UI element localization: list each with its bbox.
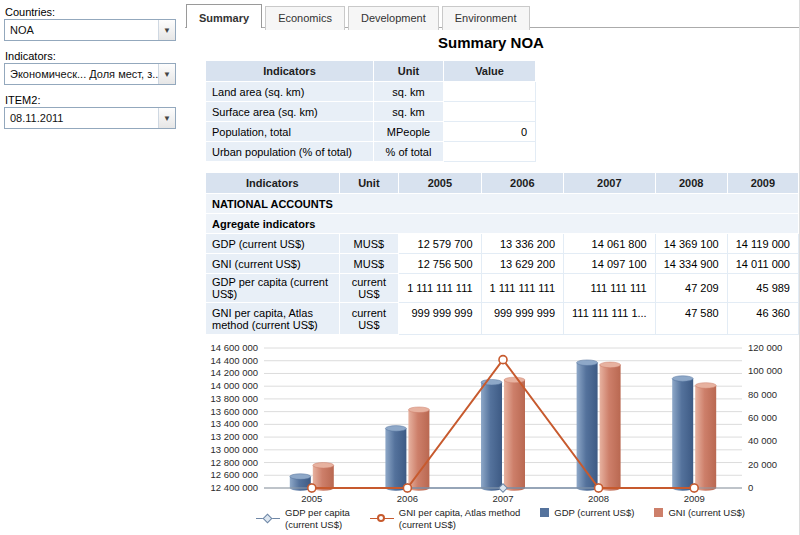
value-cell: 14 011 000 bbox=[727, 254, 798, 274]
value-cell: 111 111 111 1... bbox=[564, 303, 656, 335]
value-table: Indicators Unit Value Land area (sq. km)… bbox=[205, 60, 536, 162]
svg-text:2006: 2006 bbox=[397, 493, 418, 504]
unit-cell: MUS$ bbox=[339, 234, 399, 254]
col-header-indicators: Indicators bbox=[206, 61, 374, 82]
table-row: Surface area (sq. km) sq. km bbox=[206, 102, 536, 122]
indicator-cell: GNI per capita, Atlas method (current US… bbox=[206, 303, 340, 335]
table-row: GNI per capita, Atlas method (current US… bbox=[206, 303, 799, 335]
table-row: Population, total MPeople 0 bbox=[206, 122, 536, 142]
diamond-marker-icon bbox=[256, 514, 280, 524]
col-header-unit: Unit bbox=[339, 173, 399, 194]
legend-label: (current US$) bbox=[399, 519, 456, 530]
chevron-down-icon: ▼ bbox=[158, 64, 175, 84]
unit-cell: MUS$ bbox=[339, 254, 399, 274]
indicators-dropdown[interactable]: Экономическ... Доля мест, з... (1374) ▼ bbox=[4, 63, 176, 85]
page-title: Summary NOA bbox=[185, 34, 797, 51]
circle-marker-icon bbox=[370, 514, 394, 524]
section-row-agregate-indicators: Agregate indicators bbox=[206, 214, 799, 234]
value-cell: 13 336 200 bbox=[481, 234, 563, 254]
indicator-cell: Land area (sq. km) bbox=[206, 82, 374, 102]
value-cell: 14 369 100 bbox=[655, 234, 727, 254]
svg-text:80 000: 80 000 bbox=[748, 389, 777, 400]
legend-label: GDP (current US$) bbox=[554, 507, 634, 519]
value-cell: 47 580 bbox=[655, 303, 727, 335]
svg-text:40 000: 40 000 bbox=[748, 435, 777, 446]
square-marker-icon bbox=[540, 508, 549, 517]
value-cell: 0 bbox=[444, 122, 536, 142]
countries-label: Countries: bbox=[5, 6, 55, 18]
svg-text:13 800 000: 13 800 000 bbox=[210, 393, 258, 404]
value-cell bbox=[444, 142, 536, 162]
indicator-cell: Surface area (sq. km) bbox=[206, 102, 374, 122]
svg-text:13 200 000: 13 200 000 bbox=[210, 431, 258, 442]
tab-development[interactable]: Development bbox=[348, 6, 439, 30]
value-cell: 999 999 999 bbox=[481, 303, 563, 335]
svg-text:13 600 000: 13 600 000 bbox=[210, 406, 258, 417]
value-cell: 13 629 200 bbox=[481, 254, 563, 274]
table-row: GDP (current US$) MUS$ 12 579 700 13 336… bbox=[206, 234, 799, 254]
legend-item-gdp: GDP (current US$) bbox=[540, 507, 634, 519]
countries-dropdown[interactable]: NOA ▼ bbox=[4, 19, 176, 41]
tab-economics[interactable]: Economics bbox=[265, 6, 345, 30]
unit-cell: MPeople bbox=[374, 122, 444, 142]
svg-text:14 000 000: 14 000 000 bbox=[210, 380, 258, 391]
legend-label: GNI per capita, Atlas method bbox=[399, 507, 520, 518]
gdp-gni-combo-chart: 12 400 00012 600 00012 800 00013 000 000… bbox=[198, 340, 796, 512]
section-label: NATIONAL ACCOUNTS bbox=[206, 194, 799, 214]
chart-legend: GDP per capita (current US$) GNI per cap… bbox=[205, 507, 796, 531]
value-cell: 46 360 bbox=[727, 303, 798, 335]
col-header-2005: 2005 bbox=[399, 173, 481, 194]
years-table: Indicators Unit 2005 2006 2007 2008 2009… bbox=[205, 172, 799, 335]
svg-text:0: 0 bbox=[748, 482, 753, 493]
indicators-label: Indicators: bbox=[5, 50, 56, 62]
indicators-dropdown-value: Экономическ... Доля мест, з... (1374) bbox=[5, 68, 158, 80]
svg-text:13 000 000: 13 000 000 bbox=[210, 444, 258, 455]
value-cell: 14 061 800 bbox=[564, 234, 656, 254]
col-header-value: Value bbox=[444, 61, 536, 82]
svg-text:2009: 2009 bbox=[684, 493, 705, 504]
svg-text:12 800 000: 12 800 000 bbox=[210, 457, 258, 468]
value-cell: 999 999 999 bbox=[399, 303, 481, 335]
value-cell: 111 111 111 bbox=[564, 274, 656, 303]
countries-dropdown-value: NOA bbox=[5, 24, 158, 36]
svg-text:14 400 000: 14 400 000 bbox=[210, 355, 258, 366]
value-cell bbox=[444, 82, 536, 102]
svg-text:12 600 000: 12 600 000 bbox=[210, 469, 258, 480]
svg-text:14 600 000: 14 600 000 bbox=[210, 342, 258, 353]
value-cell: 14 334 900 bbox=[655, 254, 727, 274]
tab-bar: Summary Economics Development Environmen… bbox=[186, 4, 533, 28]
indicator-cell: GDP per capita (current US$) bbox=[206, 274, 340, 303]
table-row: Urban population (% of total) % of total bbox=[206, 142, 536, 162]
col-header-unit: Unit bbox=[374, 61, 444, 82]
legend-label: (current US$) bbox=[285, 519, 342, 530]
value-cell: 1 111 111 111 bbox=[399, 274, 481, 303]
unit-cell: sq. km bbox=[374, 82, 444, 102]
legend-item-gni: GNI (current US$) bbox=[654, 507, 745, 519]
legend-label: GNI (current US$) bbox=[668, 507, 745, 519]
indicator-cell: GDP (current US$) bbox=[206, 234, 340, 254]
col-header-2006: 2006 bbox=[481, 173, 563, 194]
unit-cell: current US$ bbox=[339, 303, 399, 335]
tab-environment[interactable]: Environment bbox=[442, 6, 530, 30]
tab-summary[interactable]: Summary bbox=[186, 4, 262, 28]
legend-item-gni-per-capita-atlas: GNI per capita, Atlas method (current US… bbox=[370, 507, 520, 531]
unit-cell: current US$ bbox=[339, 274, 399, 303]
svg-text:2005: 2005 bbox=[301, 493, 322, 504]
table-row: GNI (current US$) MUS$ 12 756 500 13 629… bbox=[206, 254, 799, 274]
unit-cell: % of total bbox=[374, 142, 444, 162]
svg-text:12 400 000: 12 400 000 bbox=[210, 482, 258, 493]
indicator-cell: Urban population (% of total) bbox=[206, 142, 374, 162]
chevron-down-icon: ▼ bbox=[158, 20, 175, 40]
col-header-indicators: Indicators bbox=[206, 173, 340, 194]
item2-label: ITEM2: bbox=[5, 94, 40, 106]
svg-text:2008: 2008 bbox=[588, 493, 609, 504]
col-header-2008: 2008 bbox=[655, 173, 727, 194]
value-cell bbox=[444, 102, 536, 122]
item2-dropdown[interactable]: 08.11.2011 ▼ bbox=[4, 107, 176, 129]
unit-cell: sq. km bbox=[374, 102, 444, 122]
svg-text:14 200 000: 14 200 000 bbox=[210, 367, 258, 378]
item2-dropdown-value: 08.11.2011 bbox=[5, 112, 158, 124]
svg-text:20 000: 20 000 bbox=[748, 459, 777, 470]
section-row-national-accounts: NATIONAL ACCOUNTS bbox=[206, 194, 799, 214]
section-label: Agregate indicators bbox=[206, 214, 799, 234]
